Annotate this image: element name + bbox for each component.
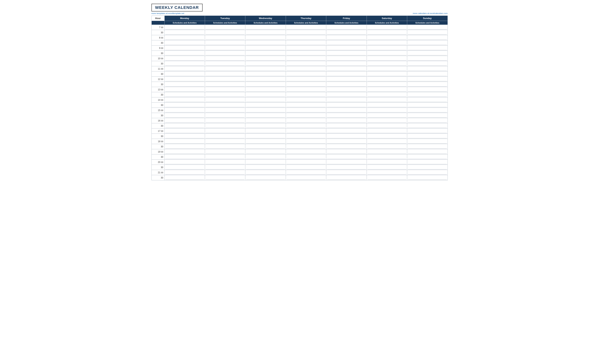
link-right[interactable]: more calendars at excelcalendars.com (413, 12, 448, 14)
schedule-cell[interactable] (367, 82, 407, 87)
schedule-cell[interactable] (407, 175, 448, 180)
schedule-cell[interactable] (164, 61, 205, 66)
schedule-cell[interactable] (367, 45, 407, 51)
schedule-cell[interactable] (326, 71, 367, 77)
schedule-cell[interactable] (286, 108, 326, 113)
schedule-cell[interactable] (407, 56, 448, 61)
schedule-cell[interactable] (205, 25, 245, 30)
schedule-cell[interactable] (245, 25, 286, 30)
schedule-cell[interactable] (407, 45, 448, 51)
schedule-cell[interactable] (286, 98, 326, 103)
schedule-cell[interactable] (367, 128, 407, 134)
schedule-cell[interactable] (286, 139, 326, 144)
schedule-cell[interactable] (367, 175, 407, 180)
schedule-cell[interactable] (407, 35, 448, 40)
schedule-cell[interactable] (205, 160, 245, 165)
schedule-cell[interactable] (164, 118, 205, 123)
schedule-cell[interactable] (326, 113, 367, 118)
schedule-cell[interactable] (367, 92, 407, 98)
schedule-cell[interactable] (286, 134, 326, 139)
schedule-cell[interactable] (326, 108, 367, 113)
schedule-cell[interactable] (407, 149, 448, 154)
schedule-cell[interactable] (205, 170, 245, 175)
schedule-cell[interactable] (326, 175, 367, 180)
schedule-cell[interactable] (164, 40, 205, 45)
schedule-cell[interactable] (407, 128, 448, 134)
schedule-cell[interactable] (407, 25, 448, 30)
schedule-cell[interactable] (245, 108, 286, 113)
schedule-cell[interactable] (286, 175, 326, 180)
schedule-cell[interactable] (245, 61, 286, 66)
schedule-cell[interactable] (367, 98, 407, 103)
schedule-cell[interactable] (164, 128, 205, 134)
schedule-cell[interactable] (286, 170, 326, 175)
schedule-cell[interactable] (367, 108, 407, 113)
schedule-cell[interactable] (164, 92, 205, 98)
schedule-cell[interactable] (407, 123, 448, 128)
schedule-cell[interactable] (407, 113, 448, 118)
schedule-cell[interactable] (164, 77, 205, 82)
schedule-cell[interactable] (286, 154, 326, 160)
schedule-cell[interactable] (407, 139, 448, 144)
schedule-cell[interactable] (164, 25, 205, 30)
schedule-cell[interactable] (205, 77, 245, 82)
schedule-cell[interactable] (367, 77, 407, 82)
schedule-cell[interactable] (245, 77, 286, 82)
schedule-cell[interactable] (286, 56, 326, 61)
schedule-cell[interactable] (205, 30, 245, 35)
schedule-cell[interactable] (326, 118, 367, 123)
schedule-cell[interactable] (164, 30, 205, 35)
schedule-cell[interactable] (205, 82, 245, 87)
schedule-cell[interactable] (326, 51, 367, 56)
schedule-cell[interactable] (205, 35, 245, 40)
schedule-cell[interactable] (245, 134, 286, 139)
schedule-cell[interactable] (367, 56, 407, 61)
schedule-cell[interactable] (286, 71, 326, 77)
schedule-cell[interactable] (367, 154, 407, 160)
schedule-cell[interactable] (164, 154, 205, 160)
schedule-cell[interactable] (205, 56, 245, 61)
schedule-cell[interactable] (245, 35, 286, 40)
schedule-cell[interactable] (326, 103, 367, 108)
schedule-cell[interactable] (245, 154, 286, 160)
schedule-cell[interactable] (164, 66, 205, 71)
schedule-cell[interactable] (326, 139, 367, 144)
schedule-cell[interactable] (407, 170, 448, 175)
schedule-cell[interactable] (245, 51, 286, 56)
schedule-cell[interactable] (164, 87, 205, 92)
schedule-cell[interactable] (326, 56, 367, 61)
schedule-cell[interactable] (286, 66, 326, 71)
schedule-cell[interactable] (326, 40, 367, 45)
schedule-cell[interactable] (326, 87, 367, 92)
schedule-cell[interactable] (326, 98, 367, 103)
schedule-cell[interactable] (205, 175, 245, 180)
schedule-cell[interactable] (245, 71, 286, 77)
schedule-cell[interactable] (205, 51, 245, 56)
schedule-cell[interactable] (245, 165, 286, 170)
schedule-cell[interactable] (164, 103, 205, 108)
schedule-cell[interactable] (326, 92, 367, 98)
schedule-cell[interactable] (326, 165, 367, 170)
schedule-cell[interactable] (326, 123, 367, 128)
schedule-cell[interactable] (407, 61, 448, 66)
schedule-cell[interactable] (367, 40, 407, 45)
schedule-cell[interactable] (205, 144, 245, 149)
schedule-cell[interactable] (164, 45, 205, 51)
schedule-cell[interactable] (164, 82, 205, 87)
schedule-cell[interactable] (245, 149, 286, 154)
schedule-cell[interactable] (407, 92, 448, 98)
schedule-cell[interactable] (286, 160, 326, 165)
schedule-cell[interactable] (326, 25, 367, 30)
schedule-cell[interactable] (367, 165, 407, 170)
schedule-cell[interactable] (245, 87, 286, 92)
schedule-cell[interactable] (407, 108, 448, 113)
schedule-cell[interactable] (407, 66, 448, 71)
schedule-cell[interactable] (367, 118, 407, 123)
schedule-cell[interactable] (245, 82, 286, 87)
schedule-cell[interactable] (205, 118, 245, 123)
schedule-cell[interactable] (205, 128, 245, 134)
schedule-cell[interactable] (286, 123, 326, 128)
schedule-cell[interactable] (367, 51, 407, 56)
schedule-cell[interactable] (205, 139, 245, 144)
schedule-cell[interactable] (205, 149, 245, 154)
